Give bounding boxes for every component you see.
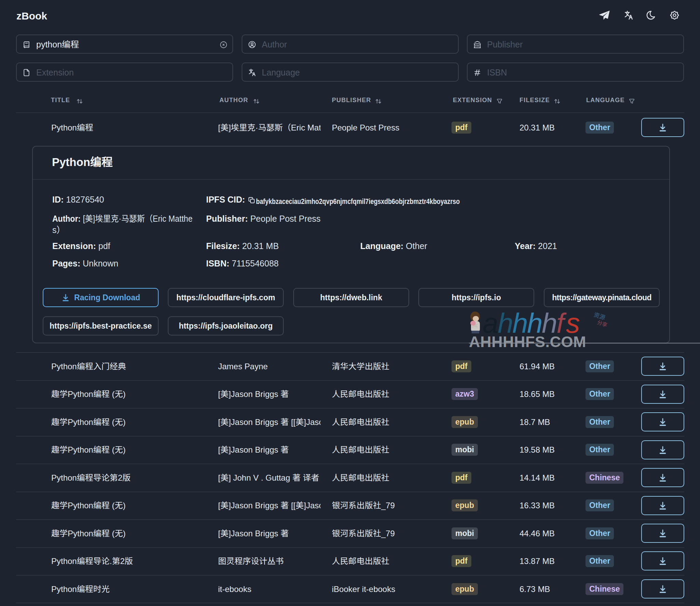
- svg-text:AHHHHFS.COM: AHHHHFS.COM: [469, 333, 586, 350]
- svg-text:分享: 分享: [596, 319, 608, 328]
